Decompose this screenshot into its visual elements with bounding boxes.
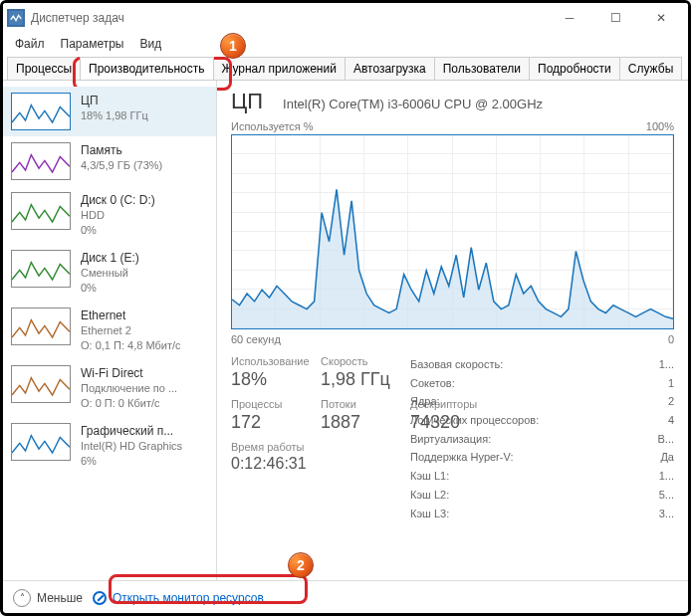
titlebar: Диспетчер задач ─ ☐ ✕: [3, 3, 688, 33]
sidebar-item[interactable]: Память4,3/5,9 ГБ (73%): [3, 136, 216, 186]
sidebar-item-name: Память: [81, 142, 162, 158]
chart-label-top-right: 100%: [646, 120, 674, 132]
app-icon: [7, 9, 25, 27]
main-panel: ЦП Intel(R) Core(TM) i3-6006U CPU @ 2.00…: [217, 81, 688, 580]
stat-proc-label: Процессы: [231, 398, 301, 410]
annotation-badge-1: 1: [220, 33, 246, 59]
sidebar-item[interactable]: EthernetEthernet 2О: 0,1 П: 4,8 Мбит/с: [3, 302, 216, 359]
tab-processes[interactable]: Процессы: [7, 57, 81, 80]
tab-services[interactable]: Службы: [619, 57, 682, 80]
chart-label-top-left: Используется %: [231, 120, 314, 132]
menu-file[interactable]: Файл: [7, 35, 53, 53]
stat-proc-value: 172: [231, 412, 301, 433]
sidebar-item-name: Графический п...: [81, 423, 182, 439]
sidebar-item[interactable]: Диск 0 (C: D:)HDD0%: [3, 186, 216, 244]
main-title: ЦП: [231, 89, 263, 114]
tab-users[interactable]: Пользователи: [434, 57, 530, 80]
annotation-badge-2: 2: [288, 552, 314, 578]
sidebar[interactable]: ЦП18% 1,98 ГГц Память4,3/5,9 ГБ (73%) Ди…: [3, 81, 217, 580]
chart-label-bot-right: 0: [668, 333, 674, 345]
uptime-label: Время работы: [231, 441, 390, 453]
stat-usage-value: 18%: [231, 369, 301, 390]
cpu-chart: [231, 134, 674, 329]
sidebar-thumb: [11, 250, 71, 288]
menu-options[interactable]: Параметры: [53, 35, 132, 53]
sidebar-thumb: [11, 192, 71, 230]
main-subtitle: Intel(R) Core(TM) i3-6006U CPU @ 2.00GHz: [283, 97, 543, 111]
window-title: Диспетчер задач: [31, 11, 124, 25]
sidebar-item[interactable]: Диск 1 (E:)Сменный0%: [3, 244, 216, 302]
sidebar-thumb: [11, 308, 71, 345]
tab-performance[interactable]: Производительность: [80, 57, 213, 80]
open-resource-monitor[interactable]: Открыть монитор ресурсов: [93, 591, 264, 605]
resource-monitor-icon: [93, 591, 107, 605]
tab-details[interactable]: Подробности: [529, 57, 620, 80]
stat-speed-label: Скорость: [321, 355, 390, 367]
sidebar-thumb: [11, 423, 71, 461]
stat-thr-label: Потоки: [321, 398, 390, 410]
menubar: Файл Параметры Вид: [3, 33, 688, 55]
sidebar-thumb: [11, 93, 71, 130]
maximize-button[interactable]: ☐: [592, 3, 638, 33]
sidebar-item[interactable]: Графический п...Intel(R) HD Graphics6%: [3, 417, 216, 475]
sidebar-item-name: Диск 1 (E:): [81, 250, 139, 266]
sidebar-item[interactable]: Wi-Fi DirectПодключение по ...О: 0 П: 0 …: [3, 359, 216, 417]
stat-thr-value: 1887: [321, 412, 390, 433]
stat-speed-value: 1,98 ГГц: [321, 369, 390, 390]
fewer-details[interactable]: ˄ Меньше: [13, 589, 83, 607]
chart-label-bot-left: 60 секунд: [231, 333, 281, 345]
sidebar-item-name: Диск 0 (C: D:): [81, 192, 155, 208]
sidebar-item-name: ЦП: [81, 93, 148, 108]
meta-block: Базовая скорость:1... Сокетов:1 Ядра:2 Л…: [410, 355, 674, 522]
sidebar-thumb: [11, 142, 71, 180]
sidebar-item-name: Wi-Fi Direct: [81, 365, 177, 381]
sidebar-thumb: [11, 365, 71, 403]
tabstrip: Процессы Производительность Журнал прило…: [3, 55, 688, 81]
chevron-up-icon: ˄: [13, 589, 31, 607]
tab-startup[interactable]: Автозагрузка: [345, 57, 435, 80]
sidebar-item-name: Ethernet: [81, 308, 181, 323]
close-button[interactable]: ✕: [638, 3, 684, 33]
footer: ˄ Меньше Открыть монитор ресурсов: [3, 580, 688, 614]
tab-app-history[interactable]: Журнал приложений: [213, 57, 346, 80]
uptime-value: 0:12:46:31: [231, 455, 390, 473]
stat-usage-label: Использование: [231, 355, 301, 367]
menu-view[interactable]: Вид: [131, 35, 169, 53]
sidebar-item[interactable]: ЦП18% 1,98 ГГц: [3, 87, 216, 136]
minimize-button[interactable]: ─: [547, 3, 592, 33]
